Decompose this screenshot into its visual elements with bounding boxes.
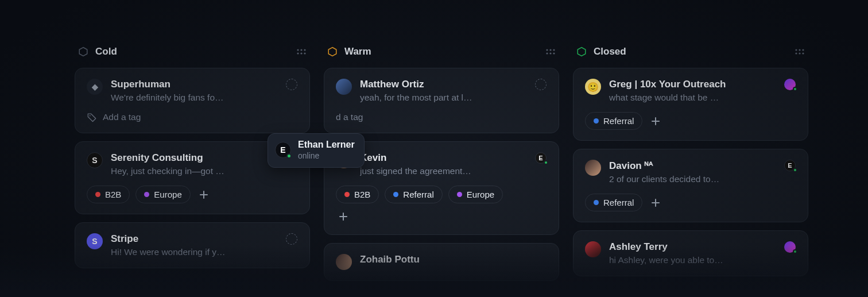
card-title: Greg | 10x Your Outreach: [609, 79, 776, 90]
kanban-card[interactable]: Davion ᴺᴬ2 of our clients decided to…ERe…: [573, 149, 808, 222]
kanban-card[interactable]: ◆SuperhumanWe're definitely big fans fo……: [75, 68, 310, 133]
svg-point-11: [546, 49, 548, 51]
tag-pill[interactable]: Europe: [448, 186, 503, 203]
assignee-avatar[interactable]: [784, 241, 796, 253]
kanban-column: Cold◆SuperhumanWe're definitely big fans…: [75, 46, 310, 297]
tag-pill[interactable]: Referral: [385, 186, 442, 203]
kanban-card[interactable]: 🙂Greg | 10x Your Outreachwhat stage woul…: [573, 68, 808, 141]
svg-marker-10: [328, 48, 336, 56]
contact-avatar: [336, 254, 352, 270]
card-title: Kevin: [360, 152, 526, 164]
add-tag-button[interactable]: d a tag: [336, 112, 363, 122]
hover-avatar-initial: E: [280, 145, 285, 155]
drag-handle-icon[interactable]: [545, 48, 556, 55]
company-avatar: ◆: [87, 79, 103, 95]
kanban-board: Cold◆SuperhumanWe're definitely big fans…: [0, 0, 868, 297]
dashed-circle-icon: [286, 79, 297, 90]
tag-icon: [87, 112, 97, 122]
svg-point-5: [300, 52, 302, 54]
tag-color-dot-icon: [95, 192, 100, 197]
svg-point-20: [795, 49, 797, 51]
tag-color-dot-icon: [457, 192, 462, 197]
card-preview: We're definitely big fans fo…: [111, 92, 277, 103]
svg-point-2: [300, 49, 302, 51]
assignee-empty[interactable]: [285, 233, 298, 245]
company-avatar: S: [87, 152, 103, 168]
tag-color-dot-icon: [594, 200, 599, 205]
tag-label: Europe: [467, 190, 494, 199]
card-preview: Hey, just checking in—got …: [111, 166, 277, 176]
kanban-column: Closed🙂Greg | 10x Your Outreachwhat stag…: [573, 46, 808, 297]
svg-point-13: [553, 49, 555, 51]
add-tag-label: Add a tag: [103, 112, 141, 122]
svg-point-25: [802, 52, 804, 54]
kanban-column: WarmMatthew Ortizyeah, for the most part…: [324, 46, 559, 297]
add-tag-button[interactable]: Add a tag: [87, 112, 141, 122]
svg-point-22: [802, 49, 804, 51]
card-preview: 2 of our clients decided to…: [609, 174, 776, 184]
card-preview: yeah, for the most part at l…: [360, 92, 526, 103]
tag-label: B2B: [105, 190, 121, 199]
kanban-card[interactable]: Ashley Terryhi Ashley, were you able to…: [573, 230, 808, 276]
tag-pill[interactable]: Referral: [585, 194, 642, 211]
hover-user-tooltip: E Ethan Lerner online: [268, 133, 365, 168]
column-title: Closed: [594, 46, 788, 57]
tag-label: Europe: [154, 190, 181, 199]
kanban-card[interactable]: Matthew Ortizyeah, for the most part at …: [324, 68, 559, 133]
presence-dot-icon: [793, 87, 797, 91]
tag-label: Referral: [603, 198, 634, 207]
tag-color-dot-icon: [393, 192, 398, 197]
svg-point-23: [795, 52, 797, 54]
svg-point-4: [297, 52, 299, 54]
svg-point-15: [549, 52, 551, 54]
assignee-empty[interactable]: [285, 79, 298, 90]
column-status-hex-icon: [576, 47, 587, 57]
svg-point-3: [304, 49, 305, 51]
svg-point-14: [546, 52, 548, 54]
presence-dot-icon: [793, 249, 797, 254]
card-title: Davion ᴺᴬ: [609, 160, 776, 172]
add-tag-button[interactable]: [648, 114, 663, 129]
assignee-avatar[interactable]: E: [784, 160, 796, 171]
column-header: Cold: [75, 46, 310, 68]
column-title: Cold: [95, 46, 289, 57]
tag-label: Referral: [603, 116, 634, 126]
card-preview: hi Ashley, were you able to…: [609, 255, 776, 265]
tag-color-dot-icon: [144, 192, 149, 197]
svg-point-21: [799, 49, 800, 51]
card-preview: what stage would that be …: [609, 92, 776, 103]
card-title: Ashley Terry: [609, 241, 776, 253]
dashed-circle-icon: [286, 233, 297, 245]
contact-avatar: 🙂: [585, 79, 601, 95]
tag-pill[interactable]: Referral: [585, 112, 642, 130]
add-tag-button[interactable]: [336, 209, 351, 224]
tag-color-dot-icon: [594, 118, 599, 124]
tag-label: Referral: [403, 190, 433, 199]
hover-user-name: Ethan Lerner: [298, 140, 355, 150]
drag-handle-icon[interactable]: [296, 48, 307, 55]
dashed-circle-icon: [535, 79, 547, 90]
add-tag-label: d a tag: [336, 112, 363, 122]
svg-point-7: [90, 115, 91, 116]
card-title: Serenity Consulting: [111, 152, 277, 164]
drag-handle-icon[interactable]: [795, 48, 805, 55]
assignee-avatar[interactable]: [784, 79, 796, 90]
presence-dot-icon: [286, 153, 292, 159]
tag-pill[interactable]: B2B: [336, 186, 379, 203]
svg-point-1: [297, 49, 299, 51]
tag-pill[interactable]: Europe: [135, 186, 190, 203]
assignee-empty[interactable]: [534, 79, 547, 90]
column-status-hex-icon: [78, 47, 88, 57]
tag-pill[interactable]: B2B: [87, 186, 130, 203]
assignee-avatar[interactable]: E: [534, 152, 547, 164]
contact-avatar: [336, 79, 352, 95]
tag-label: B2B: [354, 190, 370, 199]
card-title: Zohaib Pottu: [360, 254, 547, 265]
hover-user-status: online: [298, 151, 355, 160]
svg-marker-19: [578, 48, 586, 56]
kanban-card[interactable]: SStripeHi! We were wondering if y…: [75, 222, 310, 268]
add-tag-button[interactable]: [648, 195, 663, 210]
svg-point-12: [549, 49, 551, 51]
add-tag-button[interactable]: [196, 187, 211, 202]
kanban-card[interactable]: Zohaib Pottu: [324, 243, 559, 281]
